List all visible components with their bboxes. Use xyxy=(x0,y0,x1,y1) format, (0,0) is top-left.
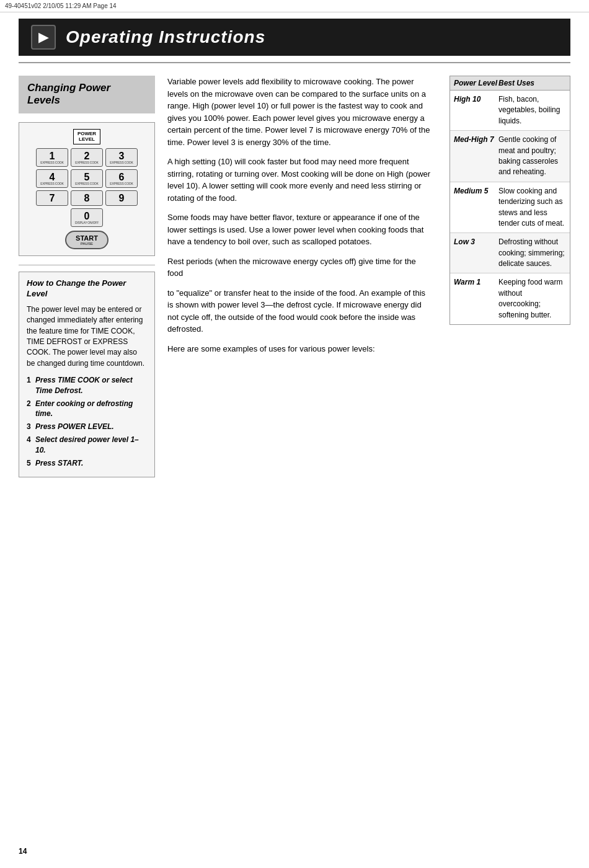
key-8[interactable]: 8 xyxy=(71,190,103,206)
main-content: Changing Power Levels POWERLEVEL 1EXPRES… xyxy=(19,76,570,477)
left-column: Changing Power Levels POWERLEVEL 1EXPRES… xyxy=(19,76,155,477)
how-to-title: How to Change the Power Level xyxy=(27,278,147,299)
table-row: Low 3 Defrosting without cooking; simmer… xyxy=(450,233,570,273)
row-uses-3: Defrosting without cooking; simmering; d… xyxy=(498,237,566,269)
row-level-4: Warm 1 xyxy=(454,277,498,288)
key-6[interactable]: 6EXPRESS COOK xyxy=(105,169,138,188)
how-to-box: How to Change the Power Level The power … xyxy=(19,272,155,478)
start-button[interactable]: START PAUSE xyxy=(65,231,108,249)
main-para-3: Some foods may have better flavor, textu… xyxy=(167,211,431,248)
power-table-body: High 10 Fish, bacon, vegetables, boiling… xyxy=(450,91,570,324)
section-title-box: Changing Power Levels xyxy=(19,76,155,113)
table-row: Medium 5 Slow cooking and tenderizing su… xyxy=(450,182,570,234)
row-uses-1: Gentle cooking of meat and poultry; baki… xyxy=(498,135,566,178)
top-metadata-bar: 49-40451v02 2/10/05 11:29 AM Page 14 xyxy=(0,0,589,12)
keypad-diagram: POWERLEVEL 1EXPRESS COOK 2EXPRESS COOK 3… xyxy=(19,122,155,256)
row-uses-0: Fish, bacon, vegetables, boiling liquids… xyxy=(498,94,566,126)
how-to-description: The power level may be entered or change… xyxy=(27,304,147,369)
key-9[interactable]: 9 xyxy=(105,190,138,206)
header-icon: ▶ xyxy=(31,25,56,50)
table-row: High 10 Fish, bacon, vegetables, boiling… xyxy=(450,91,570,131)
key-7[interactable]: 7 xyxy=(36,190,68,206)
main-para-5: to "equalize" or transfer heat to the in… xyxy=(167,287,431,335)
main-para-1: Variable power levels add flexibility to… xyxy=(167,76,431,148)
header-divider xyxy=(19,62,570,63)
table-header: Power Level Best Uses xyxy=(450,76,570,91)
metadata-text: 49-40451v02 2/10/05 11:29 AM Page 14 xyxy=(5,2,117,9)
right-column: Power Level Best Uses High 10 Fish, baco… xyxy=(450,76,570,477)
step-1: 1 Press TIME COOK or select Time Defrost… xyxy=(27,375,147,396)
step-4: 4 Select desired power level 1–10. xyxy=(27,435,147,456)
row-level-3: Low 3 xyxy=(454,237,498,247)
main-para-2: A high setting (10) will cook faster but… xyxy=(167,156,431,204)
row-level-2: Medium 5 xyxy=(454,186,498,197)
key-5[interactable]: 5EXPRESS COOK xyxy=(71,169,103,188)
key-1[interactable]: 1EXPRESS COOK xyxy=(36,148,68,167)
key-0[interactable]: 0DISPLAY ON/OFF xyxy=(71,208,103,227)
key-3[interactable]: 3EXPRESS COOK xyxy=(105,148,138,167)
key-2[interactable]: 2EXPRESS COOK xyxy=(71,148,103,167)
power-level-label: POWERLEVEL xyxy=(73,129,100,144)
keypad-grid: 1EXPRESS COOK 2EXPRESS COOK 3EXPRESS COO… xyxy=(36,148,138,206)
table-row: Warm 1 Keeping food warm without overcoo… xyxy=(450,273,570,324)
row-uses-2: Slow cooking and tenderizing such as ste… xyxy=(498,186,566,229)
section-title: Changing Power Levels xyxy=(27,82,146,107)
table-row: Med-High 7 Gentle cooking of meat and po… xyxy=(450,131,570,182)
main-para-4: Rest periods (when the microwave energy … xyxy=(167,255,431,280)
col-level-header: Power Level xyxy=(454,79,498,87)
steps-list: 1 Press TIME COOK or select Time Defrost… xyxy=(27,375,147,468)
middle-column: Variable power levels add flexibility to… xyxy=(167,76,437,477)
step-3: 3 Press POWER LEVEL. xyxy=(27,422,147,432)
page-title: Operating Instructions xyxy=(66,27,265,47)
row-level-0: High 10 xyxy=(454,94,498,105)
arrow-icon: ▶ xyxy=(38,29,49,45)
col-uses-header: Best Uses xyxy=(498,79,534,87)
page-number: 14 xyxy=(19,847,27,856)
main-para-6: Here are some examples of uses for vario… xyxy=(167,343,431,355)
step-5: 5 Press START. xyxy=(27,458,147,469)
keypad-bottom: START PAUSE xyxy=(65,231,108,249)
row-uses-4: Keeping food warm without overcooking; s… xyxy=(498,277,566,321)
key-4[interactable]: 4EXPRESS COOK xyxy=(36,169,68,188)
section-divider xyxy=(19,265,155,265)
power-level-table: Power Level Best Uses High 10 Fish, baco… xyxy=(450,76,570,325)
row-level-1: Med-High 7 xyxy=(454,135,498,145)
step-2: 2 Enter cooking or defrosting time. xyxy=(27,399,147,420)
header-banner: ▶ Operating Instructions xyxy=(19,19,570,56)
